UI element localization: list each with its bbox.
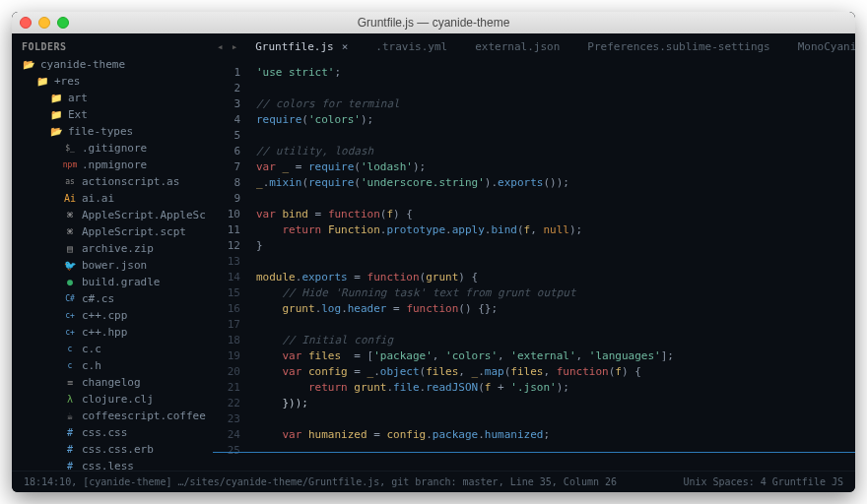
script-icon: ⌘ — [63, 226, 77, 238]
tree-item[interactable]: cc.h — [12, 357, 213, 374]
tree-item[interactable]: npm.npmignore — [12, 157, 213, 173]
tree-item-label: Ext — [68, 108, 88, 121]
tree-item-label: c#.cs — [82, 292, 114, 305]
tree-item[interactable]: λclojure.clj — [12, 391, 213, 408]
tree-item[interactable]: 📂cyanide-theme — [12, 56, 213, 73]
tree-item[interactable]: C#c#.cs — [12, 290, 213, 307]
tree-item-label: art — [68, 92, 88, 104]
tree-item[interactable]: ▤archive.zip — [12, 240, 213, 257]
tree-item-label: c.h — [82, 359, 101, 372]
tree-item-label: +res — [54, 75, 81, 88]
tree-item[interactable]: $_.gitignore — [12, 140, 213, 157]
tree-item[interactable]: ⌘AppleScript.AppleScript — [12, 207, 213, 223]
tree-item-label: AppleScript.AppleScript — [82, 209, 207, 221]
css-icon: # — [63, 461, 77, 472]
tree-item[interactable]: c+c++.cpp — [12, 307, 213, 324]
sidebar[interactable]: FOLDERS 📂cyanide-theme📁+res📁art📁Ext📂file… — [12, 33, 213, 471]
editor-area: ◂ ▸ Gruntfile.js×.travis.ymlexternal.jso… — [213, 33, 855, 471]
tree-item[interactable]: asactionscript.as — [12, 173, 213, 190]
ai-icon: Ai — [63, 193, 77, 205]
tree-item-label: .gitignore — [82, 142, 147, 155]
cursor-line-indicator — [213, 452, 855, 453]
folder-icon: 📁 — [49, 93, 63, 104]
tree-item[interactable]: ≡changelog — [12, 374, 213, 391]
status-right: Unix Spaces: 4 Gruntfile JS — [683, 476, 843, 487]
tree-item-label: c++.hpp — [82, 326, 127, 339]
folder-open-icon: 📂 — [49, 126, 63, 138]
tree-item-label: .npmignore — [82, 158, 147, 171]
folder-icon: 📁 — [35, 76, 49, 88]
tab[interactable]: Preferences.sublime-settings — [573, 33, 783, 59]
tree-item[interactable]: 📁art — [12, 90, 213, 106]
tab[interactable]: external.json — [461, 33, 573, 59]
tree-item[interactable]: #css.css.erb — [12, 441, 213, 458]
tab-scroll-right-icon[interactable]: ▸ — [228, 40, 242, 53]
tab-label: Gruntfile.js — [255, 40, 333, 53]
css-icon: # — [63, 427, 77, 439]
tree-item-label: css.css.erb — [82, 443, 154, 456]
minimize-icon[interactable] — [38, 17, 50, 29]
tree-item[interactable]: ⌘AppleScript.scpt — [12, 223, 213, 240]
clj-icon: λ — [63, 394, 77, 406]
status-left: 18:14:10, [cyanide-theme] …/sites/cyanid… — [24, 476, 617, 487]
tree-item[interactable]: cc.c — [12, 341, 213, 357]
tab-scroll-left-icon[interactable]: ◂ — [213, 40, 228, 53]
folder-icon: 📁 — [49, 109, 63, 121]
source-code[interactable]: 'use strict'; // colors for terminalrequ… — [250, 59, 855, 471]
tree-item[interactable]: 📁+res — [12, 73, 213, 90]
tree-item-label: file-types — [68, 125, 133, 138]
tree-item-label: changelog — [82, 376, 141, 389]
zoom-icon[interactable] — [57, 17, 69, 29]
tree-item-label: ai.ai — [82, 192, 114, 205]
npm-icon: npm — [63, 159, 77, 171]
tab[interactable]: MonoCyanide - Constrasted Semi.tmTheme — [784, 33, 855, 59]
editor-window: Gruntfile.js — cyanide-theme FOLDERS 📂cy… — [12, 12, 855, 492]
tree-item-label: build.gradle — [82, 276, 160, 288]
code-area[interactable]: 1234567891011121314151617181920212223242… — [213, 59, 855, 471]
window-title: Gruntfile.js — cyanide-theme — [12, 16, 855, 30]
tab-label: external.json — [475, 40, 560, 53]
tree-item[interactable]: c+c++.hpp — [12, 324, 213, 341]
bower-icon: 🐦 — [63, 260, 77, 272]
tree-item-label: actionscript.as — [82, 175, 179, 188]
c-icon: c — [63, 344, 77, 355]
line-number-gutter: 1234567891011121314151617181920212223242… — [213, 59, 250, 471]
tree-item-label: css.less — [82, 460, 134, 471]
txt-icon: ≡ — [63, 377, 77, 389]
tree-item[interactable]: #css.less — [12, 458, 213, 471]
c-icon: c — [63, 360, 77, 372]
tree-item[interactable]: Aiai.ai — [12, 190, 213, 207]
tree-item[interactable]: 🐦bower.json — [12, 257, 213, 274]
gradle-icon: ● — [63, 277, 77, 288]
tab-label: MonoCyanide - Constrasted Semi.tmTheme — [798, 40, 855, 53]
close-icon[interactable] — [20, 17, 32, 29]
tree-item[interactable]: ●build.gradle — [12, 274, 213, 290]
as-icon: as — [63, 176, 77, 188]
tree-item-label: bower.json — [82, 259, 147, 272]
tree-item[interactable]: ☕coffeescript.coffee — [12, 408, 213, 424]
tab[interactable]: Gruntfile.js× — [241, 33, 362, 59]
tab-label: .travis.yml — [375, 40, 447, 53]
tab-close-icon[interactable]: × — [342, 40, 349, 53]
tree-item-label: css.css — [82, 426, 127, 439]
cpp-icon: c+ — [63, 327, 77, 339]
folder-open-icon: 📂 — [22, 59, 35, 71]
css-icon: # — [63, 444, 77, 456]
zip-icon: ▤ — [63, 243, 77, 255]
tree-item[interactable]: #css.css — [12, 424, 213, 441]
git-icon: $_ — [63, 143, 77, 155]
tree-item[interactable]: 📁Ext — [12, 106, 213, 123]
tree-item[interactable]: 📂file-types — [12, 123, 213, 140]
coffee-icon: ☕ — [63, 410, 77, 422]
sidebar-header: FOLDERS — [12, 37, 213, 56]
cs-icon: C# — [63, 293, 77, 305]
traffic-lights — [20, 17, 69, 29]
tab-label: Preferences.sublime-settings — [587, 40, 769, 53]
body: FOLDERS 📂cyanide-theme📁+res📁art📁Ext📂file… — [12, 33, 855, 471]
script-icon: ⌘ — [63, 210, 77, 221]
tree-item-label: AppleScript.scpt — [82, 225, 186, 238]
tab[interactable]: .travis.yml — [362, 33, 461, 59]
tree-item-label: clojure.clj — [82, 393, 154, 406]
cpp-icon: c+ — [63, 310, 77, 322]
titlebar: Gruntfile.js — cyanide-theme — [12, 12, 855, 33]
